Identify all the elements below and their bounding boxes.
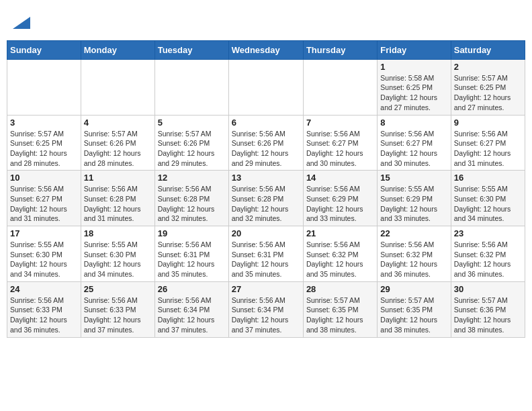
day-number: 1	[380, 62, 447, 72]
logo-icon	[11, 10, 32, 30]
page-header	[7, 7, 525, 34]
calendar-cell: 17Sunrise: 5:55 AMSunset: 6:30 PMDayligh…	[7, 226, 81, 282]
day-number: 5	[158, 118, 226, 128]
day-number: 18	[84, 228, 152, 238]
day-number: 11	[84, 173, 152, 183]
svg-marker-0	[13, 17, 30, 29]
calendar-cell: 9Sunrise: 5:56 AMSunset: 6:27 PMDaylight…	[451, 115, 525, 171]
calendar-cell: 18Sunrise: 5:55 AMSunset: 6:30 PMDayligh…	[81, 226, 154, 282]
day-number: 26	[158, 284, 226, 294]
weekday-header-wednesday: Wednesday	[228, 40, 303, 59]
weekday-header-thursday: Thursday	[303, 40, 377, 59]
day-info: Sunrise: 5:56 AMSunset: 6:34 PMDaylight:…	[232, 295, 300, 335]
day-number: 22	[380, 228, 447, 238]
calendar-cell: 14Sunrise: 5:56 AMSunset: 6:29 PMDayligh…	[303, 171, 377, 226]
day-number: 15	[380, 173, 447, 183]
day-info: Sunrise: 5:55 AMSunset: 6:30 PMDaylight:…	[454, 184, 522, 224]
day-info: Sunrise: 5:55 AMSunset: 6:29 PMDaylight:…	[380, 184, 447, 224]
day-info: Sunrise: 5:57 AMSunset: 6:26 PMDaylight:…	[84, 129, 152, 169]
day-info: Sunrise: 5:56 AMSunset: 6:28 PMDaylight:…	[158, 184, 226, 224]
calendar-cell: 25Sunrise: 5:56 AMSunset: 6:33 PMDayligh…	[81, 281, 154, 337]
day-number: 16	[454, 173, 522, 183]
weekday-header-tuesday: Tuesday	[154, 40, 228, 59]
day-number: 17	[10, 228, 78, 238]
calendar-cell: 1Sunrise: 5:58 AMSunset: 6:25 PMDaylight…	[378, 59, 451, 115]
weekday-header-monday: Monday	[81, 40, 154, 59]
calendar-cell: 15Sunrise: 5:55 AMSunset: 6:29 PMDayligh…	[378, 171, 451, 226]
logo	[10, 10, 32, 34]
day-number: 7	[306, 118, 374, 128]
day-info: Sunrise: 5:56 AMSunset: 6:32 PMDaylight:…	[380, 240, 447, 279]
calendar-cell	[303, 59, 377, 115]
day-number: 10	[10, 173, 78, 183]
calendar-cell: 30Sunrise: 5:57 AMSunset: 6:36 PMDayligh…	[451, 281, 525, 337]
day-info: Sunrise: 5:56 AMSunset: 6:32 PMDaylight:…	[306, 240, 374, 279]
calendar-cell	[7, 59, 81, 115]
day-number: 30	[454, 284, 522, 294]
calendar-cell: 16Sunrise: 5:55 AMSunset: 6:30 PMDayligh…	[451, 171, 525, 226]
day-info: Sunrise: 5:56 AMSunset: 6:26 PMDaylight:…	[232, 129, 300, 169]
weekday-header-friday: Friday	[378, 40, 451, 59]
calendar-cell: 13Sunrise: 5:56 AMSunset: 6:28 PMDayligh…	[228, 171, 303, 226]
day-number: 24	[10, 284, 78, 294]
day-number: 13	[232, 173, 300, 183]
day-info: Sunrise: 5:57 AMSunset: 6:36 PMDaylight:…	[454, 295, 522, 335]
calendar-cell: 3Sunrise: 5:57 AMSunset: 6:25 PMDaylight…	[7, 115, 81, 171]
day-info: Sunrise: 5:57 AMSunset: 6:35 PMDaylight:…	[380, 295, 447, 335]
day-info: Sunrise: 5:56 AMSunset: 6:33 PMDaylight:…	[10, 295, 78, 335]
day-info: Sunrise: 5:56 AMSunset: 6:29 PMDaylight:…	[306, 184, 374, 224]
day-info: Sunrise: 5:55 AMSunset: 6:30 PMDaylight:…	[10, 240, 78, 279]
day-number: 25	[84, 284, 152, 294]
day-info: Sunrise: 5:56 AMSunset: 6:27 PMDaylight:…	[306, 129, 374, 169]
calendar-cell: 22Sunrise: 5:56 AMSunset: 6:32 PMDayligh…	[378, 226, 451, 282]
day-info: Sunrise: 5:56 AMSunset: 6:27 PMDaylight:…	[454, 129, 522, 169]
day-info: Sunrise: 5:57 AMSunset: 6:35 PMDaylight:…	[306, 295, 374, 335]
day-number: 20	[232, 228, 300, 238]
calendar-cell: 20Sunrise: 5:56 AMSunset: 6:31 PMDayligh…	[228, 226, 303, 282]
calendar-cell: 10Sunrise: 5:56 AMSunset: 6:27 PMDayligh…	[7, 171, 81, 226]
calendar-cell: 12Sunrise: 5:56 AMSunset: 6:28 PMDayligh…	[154, 171, 228, 226]
calendar-cell: 5Sunrise: 5:57 AMSunset: 6:26 PMDaylight…	[154, 115, 228, 171]
day-info: Sunrise: 5:56 AMSunset: 6:28 PMDaylight:…	[84, 184, 152, 224]
calendar-cell: 23Sunrise: 5:56 AMSunset: 6:32 PMDayligh…	[451, 226, 525, 282]
calendar-cell	[154, 59, 228, 115]
day-number: 4	[84, 118, 152, 128]
day-info: Sunrise: 5:57 AMSunset: 6:25 PMDaylight:…	[454, 73, 522, 113]
day-info: Sunrise: 5:56 AMSunset: 6:27 PMDaylight:…	[380, 129, 447, 169]
calendar-cell: 2Sunrise: 5:57 AMSunset: 6:25 PMDaylight…	[451, 59, 525, 115]
day-info: Sunrise: 5:56 AMSunset: 6:33 PMDaylight:…	[84, 295, 152, 335]
calendar-cell	[81, 59, 154, 115]
calendar-table: SundayMondayTuesdayWednesdayThursdayFrid…	[7, 40, 525, 338]
calendar-cell: 4Sunrise: 5:57 AMSunset: 6:26 PMDaylight…	[81, 115, 154, 171]
calendar-cell: 21Sunrise: 5:56 AMSunset: 6:32 PMDayligh…	[303, 226, 377, 282]
day-number: 6	[232, 118, 300, 128]
day-info: Sunrise: 5:58 AMSunset: 6:25 PMDaylight:…	[380, 73, 447, 113]
day-number: 3	[10, 118, 78, 128]
calendar-cell: 28Sunrise: 5:57 AMSunset: 6:35 PMDayligh…	[303, 281, 377, 337]
calendar-cell: 19Sunrise: 5:56 AMSunset: 6:31 PMDayligh…	[154, 226, 228, 282]
calendar-cell	[228, 59, 303, 115]
weekday-header-sunday: Sunday	[7, 40, 81, 59]
calendar-cell: 6Sunrise: 5:56 AMSunset: 6:26 PMDaylight…	[228, 115, 303, 171]
day-number: 8	[380, 118, 447, 128]
day-info: Sunrise: 5:56 AMSunset: 6:31 PMDaylight:…	[158, 240, 226, 279]
day-info: Sunrise: 5:56 AMSunset: 6:27 PMDaylight:…	[10, 184, 78, 224]
weekday-header-saturday: Saturday	[451, 40, 525, 59]
day-number: 2	[454, 62, 522, 72]
day-info: Sunrise: 5:56 AMSunset: 6:34 PMDaylight:…	[158, 295, 226, 335]
calendar-cell: 11Sunrise: 5:56 AMSunset: 6:28 PMDayligh…	[81, 171, 154, 226]
day-info: Sunrise: 5:57 AMSunset: 6:26 PMDaylight:…	[158, 129, 226, 169]
day-number: 29	[380, 284, 447, 294]
day-number: 12	[158, 173, 226, 183]
day-number: 9	[454, 118, 522, 128]
calendar-cell: 26Sunrise: 5:56 AMSunset: 6:34 PMDayligh…	[154, 281, 228, 337]
day-number: 21	[306, 228, 374, 238]
day-info: Sunrise: 5:57 AMSunset: 6:25 PMDaylight:…	[10, 129, 78, 169]
day-info: Sunrise: 5:55 AMSunset: 6:30 PMDaylight:…	[84, 240, 152, 279]
calendar-cell: 24Sunrise: 5:56 AMSunset: 6:33 PMDayligh…	[7, 281, 81, 337]
day-number: 14	[306, 173, 374, 183]
day-info: Sunrise: 5:56 AMSunset: 6:28 PMDaylight:…	[232, 184, 300, 224]
day-number: 23	[454, 228, 522, 238]
day-info: Sunrise: 5:56 AMSunset: 6:31 PMDaylight:…	[232, 240, 300, 279]
calendar-cell: 29Sunrise: 5:57 AMSunset: 6:35 PMDayligh…	[378, 281, 451, 337]
